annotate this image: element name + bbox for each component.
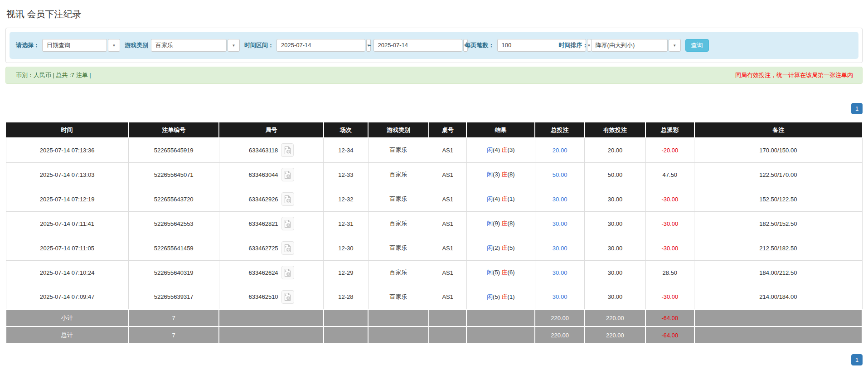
summary-empty	[429, 326, 466, 344]
header-bet-id: 注单编号	[128, 122, 219, 138]
cell-total-bet: 30.00	[535, 211, 585, 236]
round-number: 633463044	[249, 171, 278, 178]
sort-order-select[interactable]: 降幂(由大到小) ▼	[591, 39, 681, 52]
result-banker-points: (1)	[508, 195, 515, 202]
summary-label: 小计	[6, 309, 128, 326]
date-from-picker[interactable]: ▼	[276, 39, 365, 52]
table-body: 2025-07-14 07:13:36 522655645919 6334631…	[6, 138, 862, 309]
date-type-select[interactable]: 日期查询 ▼	[42, 39, 120, 52]
round-number: 633462926	[249, 196, 278, 203]
video-replay-button[interactable]	[281, 192, 294, 206]
result-banker: 庄	[502, 293, 508, 300]
chevron-down-icon[interactable]: ▼	[669, 39, 681, 52]
page-1-button[interactable]: 1	[851, 103, 863, 114]
game-type-value[interactable]: 百家乐	[151, 39, 227, 52]
cell-time: 2025-07-14 07:13:36	[6, 138, 128, 162]
cell-time: 2025-07-14 07:11:05	[6, 236, 128, 260]
result-banker: 庄	[502, 269, 508, 276]
table-row: 2025-07-14 07:13:36 522655645919 6334631…	[6, 138, 862, 162]
summary-payout: -64.00	[645, 309, 694, 326]
pagination-top: 1	[5, 103, 863, 114]
cell-bet-id: 522655645071	[128, 162, 219, 187]
result-player-points: (5)	[493, 269, 500, 276]
video-replay-button[interactable]	[281, 217, 294, 230]
game-type-select[interactable]: 百家乐 ▼	[151, 39, 240, 52]
video-file-icon	[284, 146, 291, 155]
cell-payout: 28.50	[645, 260, 694, 285]
table-footer: 小计 7 220.00 220.00 -64.00 总计 7 220.00 22…	[6, 309, 862, 344]
cell-time: 2025-07-14 07:12:19	[6, 187, 128, 211]
date-from-input[interactable]	[276, 39, 365, 52]
result-banker: 庄	[502, 146, 508, 153]
summary-empty	[466, 309, 535, 326]
cell-payout: -30.00	[645, 187, 694, 211]
summary-label: 总计	[6, 326, 128, 344]
header-result: 结果	[466, 122, 535, 138]
cell-session: 12-34	[324, 138, 368, 162]
chevron-down-icon[interactable]: ▼	[228, 39, 240, 52]
cell-session: 12-29	[324, 260, 368, 285]
summary-row: 小计 7 220.00 220.00 -64.00	[6, 309, 862, 326]
page-root: 视讯 会员下注纪录 请选择： 日期查询 ▼ 游戏类别 百家乐 ▼ 时间区间： ▼…	[0, 0, 868, 375]
same-round-notice: 同局有效投注，统一计算在该局第一张注单内	[735, 71, 853, 79]
video-replay-button[interactable]	[281, 266, 294, 279]
cell-round-id: 633463118	[219, 138, 323, 162]
video-replay-button[interactable]	[281, 290, 294, 304]
round-number: 633462624	[249, 269, 278, 276]
date-to-picker[interactable]: ▼	[373, 39, 461, 52]
page-size-label: 每页笔数：	[465, 41, 495, 49]
chevron-down-icon[interactable]: ▼	[108, 39, 120, 52]
summary-empty	[368, 309, 429, 326]
header-total-bet: 总投注	[535, 122, 585, 138]
cell-round-id: 633462926	[219, 187, 323, 211]
result-banker-points: (8)	[508, 220, 515, 227]
table-row: 2025-07-14 07:09:47 522655639317 6334625…	[6, 285, 862, 309]
time-range-label: 时间区间：	[244, 41, 274, 49]
sort-order-value[interactable]: 降幂(由大到小)	[591, 39, 668, 52]
video-replay-button[interactable]	[281, 168, 294, 181]
bet-records-table: 时间 注单编号 局号 场次 游戏类别 桌号 结果 总投注 有效投注 总派彩 备注…	[5, 122, 863, 344]
cell-time: 2025-07-14 07:13:03	[6, 162, 128, 187]
date-type-value[interactable]: 日期查询	[42, 39, 107, 52]
game-type-label: 游戏类别	[125, 41, 148, 49]
summary-empty	[324, 309, 368, 326]
page-size-select[interactable]: ▼	[497, 39, 554, 52]
summary-total-bet: 220.00	[535, 309, 585, 326]
search-button[interactable]: 查询	[685, 39, 709, 52]
video-file-icon	[284, 292, 291, 301]
cell-game-type: 百家乐	[368, 138, 429, 162]
header-session: 场次	[324, 122, 368, 138]
table-row: 2025-07-14 07:11:05 522655641459 6334627…	[6, 236, 862, 260]
summary-payout: -64.00	[645, 326, 694, 344]
cell-remark: 152.50/122.50	[694, 187, 862, 211]
result-player: 闲	[487, 269, 493, 276]
table-row: 2025-07-14 07:11:41 522655642553 6334628…	[6, 211, 862, 236]
round-number: 633463118	[249, 147, 278, 154]
cell-result: 闲(4) 庄(3)	[466, 138, 535, 162]
round-number: 633462725	[249, 245, 278, 252]
cell-result: 闲(2) 庄(5)	[466, 236, 535, 260]
video-replay-button[interactable]	[281, 143, 294, 157]
cell-remark: 214.00/184.00	[694, 285, 862, 309]
cell-remark: 170.00/150.00	[694, 138, 862, 162]
cell-game-type: 百家乐	[368, 236, 429, 260]
result-player-points: (4)	[493, 146, 500, 153]
cell-result: 闲(5) 庄(1)	[466, 285, 535, 309]
cell-bet-id: 522655642553	[128, 211, 219, 236]
round-number: 633462821	[249, 220, 278, 227]
summary-empty	[466, 326, 535, 344]
cell-total-bet: 50.00	[535, 162, 585, 187]
cell-valid-bet: 20.00	[585, 138, 645, 162]
page-1-button[interactable]: 1	[851, 354, 863, 365]
summary-empty	[694, 326, 862, 344]
cell-game-type: 百家乐	[368, 162, 429, 187]
date-to-input[interactable]	[373, 39, 462, 52]
video-file-icon	[284, 219, 291, 228]
header-game-type: 游戏类别	[368, 122, 429, 138]
cell-table-no: AS1	[429, 138, 466, 162]
summary-empty	[219, 326, 323, 344]
cell-table-no: AS1	[429, 162, 466, 187]
cell-total-bet: 30.00	[535, 260, 585, 285]
result-player: 闲	[487, 195, 493, 202]
video-replay-button[interactable]	[281, 241, 294, 255]
